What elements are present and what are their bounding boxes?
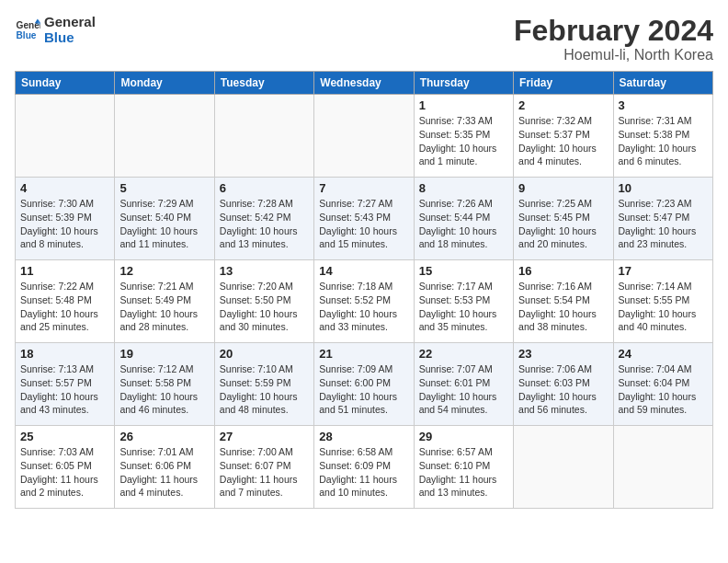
day-info: Sunrise: 7:04 AMSunset: 6:04 PMDaylight:… (619, 362, 708, 417)
day-number: 18 (20, 347, 109, 361)
calendar-cell: 1Sunrise: 7:33 AMSunset: 5:35 PMDaylight… (414, 95, 513, 178)
day-number: 21 (319, 347, 408, 361)
day-info: Sunrise: 7:09 AMSunset: 6:00 PMDaylight:… (319, 362, 408, 417)
day-info: Sunrise: 7:28 AMSunset: 5:42 PMDaylight:… (220, 197, 309, 251)
day-info: Sunrise: 7:27 AMSunset: 5:43 PMDaylight:… (319, 197, 408, 251)
calendar-cell (16, 95, 115, 178)
day-info: Sunrise: 7:31 AMSunset: 5:38 PMDaylight:… (619, 114, 708, 168)
calendar-cell: 15Sunrise: 7:17 AMSunset: 5:53 PMDayligh… (414, 260, 513, 343)
day-info: Sunrise: 7:12 AMSunset: 5:58 PMDaylight:… (119, 362, 209, 417)
calendar-cell: 18Sunrise: 7:13 AMSunset: 5:57 PMDayligh… (16, 343, 115, 426)
calendar-cell: 2Sunrise: 7:32 AMSunset: 5:37 PMDaylight… (514, 95, 613, 178)
day-number: 16 (518, 264, 608, 278)
calendar-cell: 19Sunrise: 7:12 AMSunset: 5:58 PMDayligh… (115, 343, 214, 426)
day-info: Sunrise: 7:26 AMSunset: 5:44 PMDaylight:… (419, 197, 508, 251)
calendar-cell: 26Sunrise: 7:01 AMSunset: 6:06 PMDayligh… (115, 426, 214, 509)
calendar-cell (214, 95, 313, 178)
calendar-cell: 27Sunrise: 7:00 AMSunset: 6:07 PMDayligh… (214, 426, 313, 509)
day-number: 22 (419, 347, 508, 361)
calendar-cell (514, 426, 613, 509)
day-info: Sunrise: 7:06 AMSunset: 6:03 PMDaylight:… (518, 362, 608, 417)
calendar-cell: 12Sunrise: 7:21 AMSunset: 5:49 PMDayligh… (115, 260, 214, 343)
day-info: Sunrise: 7:00 AMSunset: 6:07 PMDaylight:… (220, 445, 309, 500)
day-info: Sunrise: 7:22 AMSunset: 5:48 PMDaylight:… (20, 280, 109, 334)
day-number: 8 (419, 181, 508, 195)
day-number: 5 (119, 181, 209, 195)
column-header-sunday: Sunday (16, 72, 115, 95)
column-header-wednesday: Wednesday (314, 72, 414, 95)
day-number: 6 (220, 181, 309, 195)
day-number: 23 (518, 347, 608, 361)
calendar-cell (613, 426, 712, 509)
page-title: February 2024 (514, 15, 713, 47)
day-number: 2 (518, 98, 608, 112)
day-info: Sunrise: 7:10 AMSunset: 5:59 PMDaylight:… (220, 362, 309, 417)
calendar-cell (115, 95, 214, 178)
day-info: Sunrise: 7:16 AMSunset: 5:54 PMDaylight:… (518, 280, 608, 334)
day-info: Sunrise: 7:14 AMSunset: 5:55 PMDaylight:… (619, 280, 708, 334)
day-info: Sunrise: 7:13 AMSunset: 5:57 PMDaylight:… (20, 362, 109, 417)
day-info: Sunrise: 7:25 AMSunset: 5:45 PMDaylight:… (518, 197, 608, 251)
day-info: Sunrise: 7:32 AMSunset: 5:37 PMDaylight:… (518, 114, 608, 168)
day-info: Sunrise: 7:03 AMSunset: 6:05 PMDaylight:… (20, 445, 109, 500)
day-info: Sunrise: 7:17 AMSunset: 5:53 PMDaylight:… (419, 280, 508, 334)
calendar-cell: 11Sunrise: 7:22 AMSunset: 5:48 PMDayligh… (16, 260, 115, 343)
calendar-cell: 5Sunrise: 7:29 AMSunset: 5:40 PMDaylight… (115, 178, 214, 260)
calendar-table: SundayMondayTuesdayWednesdayThursdayFrid… (15, 71, 713, 509)
column-header-monday: Monday (115, 72, 214, 95)
calendar-cell: 16Sunrise: 7:16 AMSunset: 5:54 PMDayligh… (514, 260, 613, 343)
page-subtitle: Hoemul-li, North Korea (514, 47, 713, 63)
calendar-cell: 4Sunrise: 7:30 AMSunset: 5:39 PMDaylight… (16, 178, 115, 260)
page-header: General Blue General Blue February 2024 … (15, 15, 713, 63)
day-number: 26 (119, 430, 209, 443)
day-number: 14 (319, 264, 408, 278)
day-number: 11 (20, 264, 109, 278)
calendar-cell: 3Sunrise: 7:31 AMSunset: 5:38 PMDaylight… (613, 95, 712, 178)
calendar-cell: 9Sunrise: 7:25 AMSunset: 5:45 PMDaylight… (514, 178, 613, 260)
calendar-cell: 17Sunrise: 7:14 AMSunset: 5:55 PMDayligh… (613, 260, 712, 343)
column-header-thursday: Thursday (414, 72, 513, 95)
calendar-cell: 14Sunrise: 7:18 AMSunset: 5:52 PMDayligh… (314, 260, 414, 343)
day-info: Sunrise: 7:30 AMSunset: 5:39 PMDaylight:… (20, 197, 109, 251)
column-header-tuesday: Tuesday (214, 72, 313, 95)
day-info: Sunrise: 7:18 AMSunset: 5:52 PMDaylight:… (319, 280, 408, 334)
logo: General Blue General Blue (15, 15, 96, 45)
calendar-cell: 6Sunrise: 7:28 AMSunset: 5:42 PMDaylight… (214, 178, 313, 260)
day-number: 28 (319, 430, 408, 443)
column-header-saturday: Saturday (613, 72, 712, 95)
day-number: 19 (119, 347, 209, 361)
calendar-cell: 7Sunrise: 7:27 AMSunset: 5:43 PMDaylight… (314, 178, 414, 260)
calendar-cell: 29Sunrise: 6:57 AMSunset: 6:10 PMDayligh… (414, 426, 513, 509)
day-info: Sunrise: 7:01 AMSunset: 6:06 PMDaylight:… (119, 445, 209, 500)
calendar-cell: 21Sunrise: 7:09 AMSunset: 6:00 PMDayligh… (314, 343, 414, 426)
day-number: 7 (319, 181, 408, 195)
day-number: 25 (20, 430, 109, 443)
logo-line2: Blue (44, 30, 96, 46)
day-number: 24 (619, 347, 708, 361)
day-info: Sunrise: 6:58 AMSunset: 6:09 PMDaylight:… (319, 445, 408, 500)
day-number: 10 (619, 181, 708, 195)
calendar-cell: 25Sunrise: 7:03 AMSunset: 6:05 PMDayligh… (16, 426, 115, 509)
logo-line1: General (44, 15, 96, 30)
day-number: 17 (619, 264, 708, 278)
calendar-cell: 13Sunrise: 7:20 AMSunset: 5:50 PMDayligh… (214, 260, 313, 343)
calendar-cell: 22Sunrise: 7:07 AMSunset: 6:01 PMDayligh… (414, 343, 513, 426)
calendar-cell: 24Sunrise: 7:04 AMSunset: 6:04 PMDayligh… (613, 343, 712, 426)
column-header-friday: Friday (514, 72, 613, 95)
day-number: 20 (220, 347, 309, 361)
logo-icon: General Blue (15, 17, 40, 43)
day-number: 9 (518, 181, 608, 195)
calendar-cell: 23Sunrise: 7:06 AMSunset: 6:03 PMDayligh… (514, 343, 613, 426)
day-number: 1 (419, 98, 508, 112)
day-number: 12 (119, 264, 209, 278)
day-number: 15 (419, 264, 508, 278)
day-info: Sunrise: 7:21 AMSunset: 5:49 PMDaylight:… (119, 280, 209, 334)
title-block: February 2024 Hoemul-li, North Korea (514, 15, 713, 63)
calendar-cell: 10Sunrise: 7:23 AMSunset: 5:47 PMDayligh… (613, 178, 712, 260)
day-info: Sunrise: 7:07 AMSunset: 6:01 PMDaylight:… (419, 362, 508, 417)
day-info: Sunrise: 7:29 AMSunset: 5:40 PMDaylight:… (119, 197, 209, 251)
calendar-cell: 28Sunrise: 6:58 AMSunset: 6:09 PMDayligh… (314, 426, 414, 509)
calendar-cell (314, 95, 414, 178)
day-number: 13 (220, 264, 309, 278)
day-info: Sunrise: 7:20 AMSunset: 5:50 PMDaylight:… (220, 280, 309, 334)
